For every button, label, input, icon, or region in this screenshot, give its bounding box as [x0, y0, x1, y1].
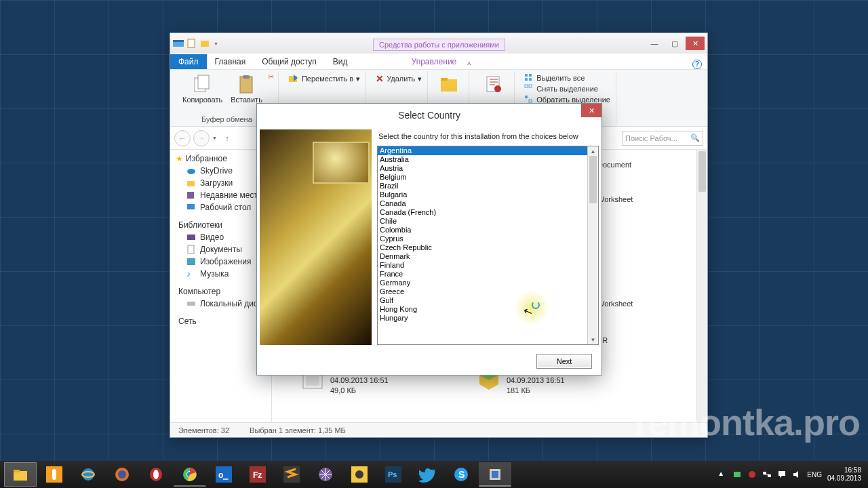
country-option[interactable]: France	[378, 270, 598, 279]
tab-view[interactable]: Вид	[325, 54, 356, 69]
country-option[interactable]: Greece	[378, 287, 598, 296]
svg-point-60	[355, 470, 363, 479]
country-option[interactable]: Austria	[378, 164, 598, 173]
tray-icon[interactable]	[747, 470, 757, 479]
file-item[interactable]: Worksheet	[597, 195, 707, 205]
help-icon[interactable]: ?	[692, 60, 702, 69]
next-button[interactable]: Next	[536, 354, 592, 369]
country-option[interactable]: Australia	[378, 155, 598, 164]
country-option[interactable]: Bulgaria	[378, 190, 598, 199]
svg-point-47	[118, 470, 126, 479]
dialog-close-button[interactable]: ✕	[581, 104, 601, 117]
new-folder-qat-icon[interactable]	[200, 38, 211, 49]
system-tray: ▲ ENG 16:58 04.09.2013	[717, 466, 864, 483]
taskbar-chrome[interactable]	[174, 462, 206, 487]
taskbar-ie[interactable]	[72, 462, 104, 487]
taskbar-opera[interactable]	[140, 462, 172, 487]
minimize-button[interactable]: —	[645, 37, 664, 50]
svg-rect-41	[14, 470, 20, 472]
scroll-up-icon[interactable]: ▲	[588, 146, 598, 156]
file-item[interactable]: AR	[597, 336, 707, 346]
taskbar-installer[interactable]	[479, 462, 511, 487]
country-listbox[interactable]: ArgentinaAustraliaAustriaBelgiumBrazilBu…	[377, 146, 599, 345]
tray-icon[interactable]: ▲	[717, 470, 727, 479]
svg-rect-3	[201, 41, 209, 47]
minimize-ribbon-icon[interactable]: ^	[467, 61, 471, 69]
tray-language[interactable]: ENG	[807, 471, 822, 479]
country-option[interactable]: Czech Republic	[378, 243, 598, 252]
tab-file[interactable]: Файл	[170, 54, 207, 69]
close-button[interactable]: ✕	[686, 37, 705, 50]
country-option[interactable]: Argentina	[378, 146, 598, 155]
taskbar-sublime[interactable]	[275, 462, 308, 487]
copy-button[interactable]: Копировать	[180, 73, 225, 105]
new-folder-button[interactable]	[437, 73, 464, 97]
move-to-button[interactable]: Переместить в ▾	[287, 73, 361, 85]
country-option[interactable]: Gulf	[378, 296, 598, 305]
taskbar-firefox[interactable]	[106, 462, 138, 487]
tray-volume-icon[interactable]	[792, 470, 802, 479]
tray-action-center-icon[interactable]	[777, 470, 787, 479]
paste-button[interactable]: Вставить	[228, 73, 265, 105]
country-option[interactable]: Colombia	[378, 226, 598, 235]
tray-network-icon[interactable]	[762, 470, 772, 479]
back-button[interactable]: ←	[174, 130, 191, 146]
country-option[interactable]: Hungary	[378, 314, 598, 323]
clipboard-group-label: Буфер обмена	[201, 115, 252, 123]
country-option[interactable]: Finland	[378, 261, 598, 270]
country-option[interactable]: Cyprus	[378, 235, 598, 243]
forward-button[interactable]: →	[193, 130, 210, 146]
select-all-button[interactable]: Выделить все	[523, 73, 586, 83]
country-option[interactable]: Belgium	[378, 173, 598, 182]
search-icon: 🔍	[690, 134, 700, 142]
country-option[interactable]: Canada (French)	[378, 208, 598, 217]
svg-marker-72	[793, 471, 798, 478]
properties-button[interactable]	[480, 73, 507, 97]
maximize-button[interactable]: ▢	[665, 37, 684, 50]
svg-text:Fz: Fz	[253, 470, 262, 480]
taskbar-app-2[interactable]	[309, 462, 342, 487]
taskbar-explorer[interactable]	[4, 462, 37, 487]
tab-home[interactable]: Главная	[207, 54, 254, 69]
country-option[interactable]: Germany	[378, 279, 598, 287]
taskbar-app-3[interactable]	[343, 462, 376, 487]
delete-button[interactable]: ✕Удалить ▾	[374, 73, 423, 85]
svg-point-21	[187, 169, 195, 174]
quick-access-toolbar: ▼	[173, 38, 218, 49]
taskbar-filezilla[interactable]: Fz	[241, 462, 274, 487]
tab-manage[interactable]: Управление	[403, 54, 465, 69]
country-option[interactable]: Chile	[378, 217, 598, 226]
country-option[interactable]: Canada	[378, 199, 598, 208]
svg-text:o⎯: o⎯	[218, 470, 229, 480]
scroll-down-icon[interactable]: ▼	[588, 335, 598, 344]
taskbar-twitter[interactable]	[411, 462, 443, 487]
search-input[interactable]: Поиск: Рабоч...🔍	[622, 131, 703, 146]
taskbar: o⎯ Fz Ps S ▲ ENG 16:58 04.09.2013	[0, 461, 868, 488]
country-option[interactable]: Denmark	[378, 252, 598, 261]
listbox-scrollbar[interactable]: ▲ ▼	[587, 146, 598, 344]
properties-qat-icon[interactable]	[186, 38, 197, 49]
content-scrollbar[interactable]	[696, 150, 707, 422]
tray-icon[interactable]	[732, 470, 742, 479]
taskbar-photoshop[interactable]: Ps	[377, 462, 410, 487]
qat-dropdown-icon[interactable]: ▼	[214, 41, 218, 46]
tab-share[interactable]: Общий доступ	[254, 54, 325, 69]
scroll-thumb[interactable]	[589, 156, 597, 203]
tray-clock[interactable]: 16:58 04.09.2013	[827, 466, 864, 483]
taskbar-skype[interactable]: S	[445, 462, 477, 487]
select-none-button[interactable]: Снять выделение	[523, 83, 599, 94]
file-item[interactable]: xDocument	[597, 150, 707, 170]
history-dropdown-icon[interactable]: ▼	[212, 136, 217, 140]
svg-rect-1	[173, 40, 184, 42]
ribbon-tabs: Файл Главная Общий доступ Вид Управление…	[170, 54, 707, 70]
file-item[interactable]: Worksheet	[597, 299, 707, 309]
country-option[interactable]: Hong Kong	[378, 305, 598, 314]
taskbar-outlook[interactable]: o⎯	[208, 462, 240, 487]
svg-rect-66	[492, 471, 498, 478]
svg-rect-69	[763, 472, 766, 474]
svg-point-12	[494, 85, 501, 92]
country-option[interactable]: Brazil	[378, 182, 598, 190]
cut-icon[interactable]: ✂	[268, 73, 274, 81]
up-button[interactable]: ↑	[220, 131, 235, 146]
taskbar-app-1[interactable]	[38, 462, 71, 487]
